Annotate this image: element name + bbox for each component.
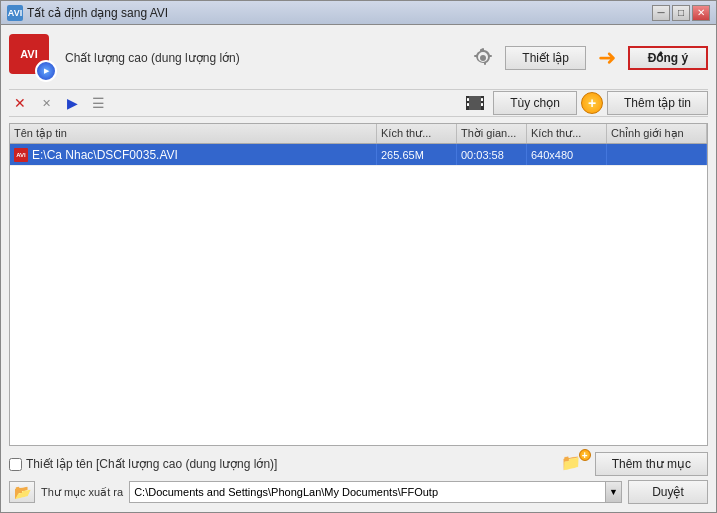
title-bar: AVI Tất cả định dạng sang AVI ─ □ ✕ [1,1,716,25]
add-folder-icon[interactable]: 📁 + [561,453,587,475]
file-type-icon: AVI [14,148,28,162]
add-icon[interactable]: + [581,92,603,114]
toolbar: ✕ ✕ ▶ ☰ Tùy chọn [9,89,708,117]
avi-play-badge [35,60,57,82]
output-label: Thư mục xuất ra [41,486,123,499]
col-header-resolution: Kích thư... [527,124,607,143]
path-dropdown-button[interactable]: ▼ [606,481,622,503]
svg-rect-4 [467,98,469,101]
maximize-button[interactable]: □ [672,5,690,21]
bottom-row1: Thiết lập tên [Chất lượng cao (dung lượn… [9,452,708,476]
delete-icon[interactable]: ✕ [9,92,31,114]
window-icon: AVI [7,5,23,21]
title-bar-left: AVI Tất cả định dạng sang AVI [7,5,168,21]
close-button[interactable]: ✕ [692,5,710,21]
settings-icon [469,44,497,72]
main-window: AVI Tất cả định dạng sang AVI ─ □ ✕ AVI … [0,0,717,513]
dong-y-button[interactable]: Đồng ý [628,46,708,70]
arrow-icon: ➜ [598,45,616,71]
col-header-name: Tên tập tin [10,124,377,143]
thiet-lap-button[interactable]: Thiết lập [505,46,586,70]
content-area: AVI Chất lượng cao (dung lượng lớn) Thiế… [1,25,716,512]
open-folder-button[interactable]: 📂 [9,481,35,503]
svg-point-0 [480,55,486,61]
checkbox-label[interactable]: Thiết lập tên [Chất lượng cao (dung lượn… [9,457,277,471]
cell-limit [607,144,707,165]
path-wrapper: ▼ [129,481,622,503]
col-header-limit: Chỉnh giới hạn [607,124,707,143]
bottom-row2: 📂 Thư mục xuất ra ▼ Duyệt [9,480,708,504]
top-section: AVI Chất lượng cao (dung lượng lớn) Thiế… [9,33,708,83]
file-table: Tên tập tin Kích thư... Thời gian... Kíc… [9,123,708,446]
bottom-section: Thiết lập tên [Chất lượng cao (dung lượn… [9,452,708,504]
col-header-duration: Thời gian... [457,124,527,143]
info-icon[interactable]: ☰ [87,92,109,114]
them-tap-tin-button[interactable]: Thêm tập tin [607,91,708,115]
output-path-input[interactable] [129,481,606,503]
title-controls: ─ □ ✕ [652,5,710,21]
them-thu-muc-button[interactable]: Thêm thư mục [595,452,708,476]
svg-rect-6 [481,98,483,101]
duyet-button[interactable]: Duyệt [628,480,708,504]
svg-rect-7 [481,103,483,106]
cell-resolution: 640x480 [527,144,607,165]
avi-icon: AVI [9,34,57,82]
cell-filename: AVI E:\Ca Nhac\DSCF0035.AVI [10,144,377,165]
cell-size: 265.65M [377,144,457,165]
thiet-lap-ten-checkbox[interactable] [9,458,22,471]
table-row[interactable]: AVI E:\Ca Nhac\DSCF0035.AVI 265.65M 00:0… [10,144,707,166]
quality-label: Chất lượng cao (dung lượng lớn) [65,51,461,65]
table-header: Tên tập tin Kích thư... Thời gian... Kíc… [10,124,707,144]
tuy-chon-button[interactable]: Tùy chọn [493,91,577,115]
play-icon[interactable]: ▶ [61,92,83,114]
minimize-button[interactable]: ─ [652,5,670,21]
window-title: Tất cả định dạng sang AVI [27,6,168,20]
svg-rect-5 [467,103,469,106]
film-icon[interactable] [461,89,489,117]
cell-duration: 00:03:58 [457,144,527,165]
clear-icon[interactable]: ✕ [35,92,57,114]
checkbox-text: Thiết lập tên [Chất lượng cao (dung lượn… [26,457,277,471]
col-header-size: Kích thư... [377,124,457,143]
